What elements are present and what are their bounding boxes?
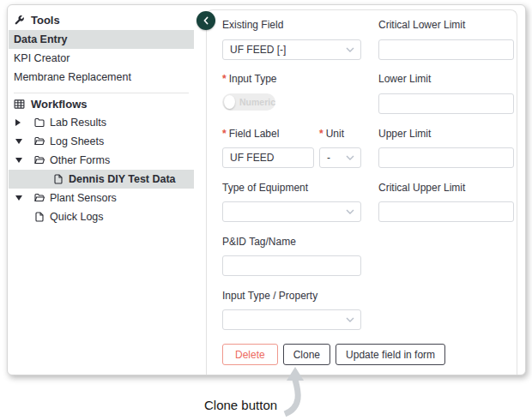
pid-tag-name-label: P&ID Tag/Name [222, 236, 296, 248]
pid-tag-name-input[interactable] [222, 255, 361, 276]
folder-closed-icon [34, 117, 45, 128]
upper-limit-input[interactable] [378, 147, 514, 168]
tree-item-label: Lab Results [50, 117, 106, 129]
critical-upper-limit-input[interactable] [378, 201, 514, 222]
required-marker: * [222, 73, 227, 85]
workflows-tree: Lab Results Log Sheets Other F [9, 113, 194, 226]
lower-limit-input[interactable] [378, 93, 514, 114]
tree-item-other-forms[interactable]: Other Forms [9, 151, 194, 170]
workflows-header-label: Workflows [31, 98, 88, 111]
update-field-button[interactable]: Update field in form [336, 344, 445, 365]
folder-open-icon [34, 155, 45, 165]
required-marker: * [222, 128, 227, 140]
type-of-equipment-label: Type of Equipment [222, 182, 308, 194]
unit-select[interactable]: - [319, 147, 361, 168]
tree-item-plant-sensors[interactable]: Plant Sensors [9, 189, 194, 207]
caret-down-icon[interactable] [15, 195, 26, 201]
tree-item-label: Dennis DIY Test Data [69, 173, 176, 185]
form-actions: Delete Clone Update field in form [222, 344, 445, 365]
unit-label: * Unit [319, 128, 344, 140]
required-marker: * [319, 128, 323, 140]
curved-arrow-icon [276, 364, 314, 417]
sidebar: Tools Data Entry KPI Creator Membrane Re… [8, 5, 205, 375]
folder-open-icon [34, 136, 45, 147]
field-editor-panel: Existing Field UF FEED [-] Critical Lowe… [206, 9, 517, 375]
existing-field-select[interactable]: UF FEED [-] [222, 39, 361, 60]
critical-lower-limit-label: Critical Lower Limit [378, 19, 465, 31]
delete-button[interactable]: Delete [222, 344, 278, 365]
chevron-down-icon [346, 155, 354, 160]
type-of-equipment-select[interactable] [222, 201, 361, 222]
field-label-input[interactable] [222, 147, 314, 168]
wrench-icon [14, 15, 25, 26]
chevron-down-icon [346, 209, 354, 214]
sidebar-divider [14, 93, 189, 93]
field-label-label: * Field Label [222, 128, 279, 140]
tools-section-header: Tools [14, 14, 60, 27]
tree-item-label: Plant Sensors [50, 192, 117, 204]
critical-upper-limit-label: Critical Upper Limit [378, 182, 465, 194]
sidebar-item-kpi-creator[interactable]: KPI Creator [9, 49, 194, 68]
table-icon [14, 99, 25, 110]
caret-down-icon[interactable] [15, 139, 26, 144]
file-icon [34, 212, 45, 222]
caret-down-icon[interactable] [15, 158, 26, 163]
tree-item-label: Quick Logs [50, 211, 104, 223]
annotation-clone-button-label: Clone button [204, 398, 277, 412]
file-icon [53, 174, 63, 184]
input-type-property-select[interactable] [222, 309, 361, 330]
critical-lower-limit-input[interactable] [378, 39, 514, 60]
collapse-panel-button[interactable] [196, 11, 215, 30]
tools-menu: Data Entry KPI Creator Membrane Replacem… [9, 30, 194, 87]
caret-right-icon[interactable] [15, 119, 26, 126]
tree-item-label: Other Forms [50, 154, 110, 166]
sidebar-item-membrane-replacement[interactable]: Membrane Replacement [9, 68, 194, 87]
lower-limit-label: Lower Limit [378, 73, 431, 85]
upper-limit-label: Upper Limit [378, 128, 431, 140]
tree-item-quick-logs[interactable]: Quick Logs [9, 207, 194, 226]
existing-field-label: Existing Field [222, 19, 283, 31]
chevron-down-icon [346, 317, 354, 322]
tree-item-lab-results[interactable]: Lab Results [9, 113, 194, 132]
sidebar-item-data-entry[interactable]: Data Entry [9, 30, 194, 49]
numeric-toggle[interactable]: Numeric [222, 93, 275, 111]
toggle-knob [224, 95, 235, 109]
chevron-down-icon [346, 47, 354, 52]
chevron-left-icon [203, 16, 209, 25]
input-type-label: * Input Type [222, 73, 277, 85]
tree-item-dennis-diy-test-data[interactable]: Dennis DIY Test Data [9, 170, 194, 189]
tree-item-log-sheets[interactable]: Log Sheets [9, 132, 194, 151]
folder-open-icon [34, 193, 45, 203]
tree-item-label: Log Sheets [50, 135, 104, 147]
unit-value: - [327, 152, 330, 164]
input-type-property-label: Input Type / Property [222, 290, 317, 302]
workflows-section-header: Workflows [14, 98, 88, 111]
tools-header-label: Tools [31, 14, 60, 27]
clone-button[interactable]: Clone [283, 344, 330, 365]
existing-field-value: UF FEED [-] [230, 44, 286, 56]
toggle-label: Numeric [239, 97, 275, 107]
app-window: Tools Data Entry KPI Creator Membrane Re… [7, 4, 526, 375]
